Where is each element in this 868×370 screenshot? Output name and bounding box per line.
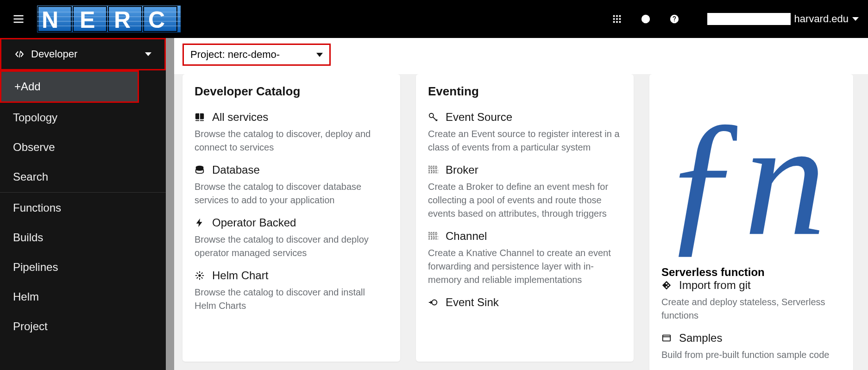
nav-item-observe[interactable]: Observe — [0, 132, 166, 162]
entry-title: Event Sink — [446, 296, 499, 309]
quick-create-button[interactable] — [641, 14, 651, 24]
book-icon — [195, 112, 205, 122]
serverless-entry-samples[interactable]: Samples Build from pre-built function sa… — [661, 332, 841, 362]
nav-toggle-button[interactable] — [0, 13, 37, 25]
card-title: Developer Catalog — [195, 84, 388, 99]
catalog-entry-all-services[interactable]: All services Browse the catalog to disco… — [195, 111, 388, 154]
card-serverless-function: ƒn Serverless function Import from git C… — [649, 74, 853, 370]
svg-point-23 — [429, 113, 434, 118]
entry-title: Samples — [679, 332, 722, 345]
user-menu-button[interactable]: harvard.edu — [707, 13, 859, 25]
svg-text:E: E — [80, 7, 95, 32]
entry-title: Broker — [446, 163, 478, 176]
svg-point-30 — [666, 283, 667, 285]
entry-desc: Browse the catalog to discover database … — [195, 180, 388, 207]
entry-desc: Create a Broker to define an event mesh … — [428, 180, 622, 220]
code-icon — [14, 49, 25, 59]
event-sink-icon — [428, 297, 438, 307]
project-selector-dropdown[interactable]: Project: nerc-demo- — [182, 44, 331, 66]
entry-title: Event Source — [446, 111, 512, 124]
svg-point-28 — [432, 300, 437, 305]
helm-icon — [195, 270, 205, 281]
nav-list: +Add Topology Observe Search Functions B… — [0, 70, 166, 341]
sidebar-scrollbar[interactable] — [166, 38, 174, 370]
channel-icon: IOIOIIOII — [428, 231, 438, 241]
entry-desc: Browse the catalog to discover and deplo… — [195, 233, 388, 260]
svg-line-21 — [197, 277, 198, 279]
eventing-entry-channel[interactable]: IOIOIIOII Channel Create a Knative Chann… — [428, 230, 622, 287]
user-name-field — [707, 13, 791, 25]
svg-line-19 — [197, 273, 198, 274]
chevron-down-icon — [145, 52, 151, 56]
nav-item-add[interactable]: +Add — [0, 70, 139, 103]
entry-desc: Build from pre-built function sample cod… — [661, 348, 841, 362]
plus-circle-icon — [641, 14, 651, 24]
event-source-icon — [428, 112, 438, 122]
nav-item-label: Search — [13, 170, 48, 183]
svg-point-31 — [666, 286, 667, 288]
apps-launcher-button[interactable] — [612, 14, 622, 24]
entry-title: Database — [212, 163, 260, 176]
project-selector-label: Project: nerc-demo- — [190, 49, 280, 61]
entry-desc: Create an Event source to register inter… — [428, 127, 622, 154]
nav-item-project[interactable]: Project — [0, 312, 166, 341]
entry-desc: Browse the catalog to discover and insta… — [195, 286, 388, 313]
svg-text:N: N — [42, 7, 58, 32]
nav-divider — [0, 192, 166, 193]
question-circle-icon — [669, 14, 679, 24]
grid-icon — [612, 14, 622, 24]
sidebar: Developer +Add Topology Observe Search F… — [0, 38, 166, 370]
entry-desc: Browse the catalog to discover, deploy a… — [195, 127, 388, 154]
nav-item-pipelines[interactable]: Pipelines — [0, 252, 166, 282]
nav-item-helm[interactable]: Helm — [0, 282, 166, 312]
eventing-entry-broker[interactable]: IOIOIIOII Broker Create a Broker to defi… — [428, 163, 622, 220]
nav-item-search[interactable]: Search — [0, 162, 166, 192]
svg-point-14 — [198, 274, 201, 277]
hamburger-icon — [12, 13, 25, 25]
eventing-entry-event-sink[interactable]: Event Sink — [428, 296, 622, 309]
nav-item-label: Project — [13, 320, 48, 332]
svg-line-20 — [201, 277, 203, 279]
svg-line-22 — [201, 273, 203, 274]
entry-title: Channel — [446, 230, 487, 243]
brand-logo[interactable]: N E R C — [37, 6, 181, 32]
svg-point-32 — [667, 284, 669, 286]
nav-item-label: Builds — [13, 231, 43, 244]
card-title: Serverless function — [661, 266, 841, 279]
svg-rect-33 — [663, 335, 671, 341]
entry-title: Import from git — [679, 279, 751, 292]
nav-item-builds[interactable]: Builds — [0, 223, 166, 252]
entry-title: Helm Chart — [212, 269, 268, 282]
entry-desc: Create a Knative Channel to create an ev… — [428, 246, 622, 287]
perspective-switcher[interactable]: Developer — [0, 38, 166, 70]
broker-icon: IOIOIIOII — [428, 165, 438, 175]
svg-text:IIOII: IIOII — [428, 236, 438, 240]
nav-item-label: +Add — [14, 80, 41, 93]
serverless-entry-import-from-git[interactable]: Import from git Create and deploy statel… — [661, 279, 841, 322]
eventing-entry-event-source[interactable]: Event Source Create an Event source to r… — [428, 111, 622, 154]
svg-text:R: R — [114, 7, 131, 32]
svg-text:C: C — [148, 7, 165, 32]
database-icon — [195, 165, 205, 175]
nav-item-functions[interactable]: Functions — [0, 193, 166, 223]
function-icon: ƒn — [661, 84, 841, 264]
chevron-down-icon — [316, 53, 323, 57]
top-bar: N E R C harvard.edu — [0, 0, 868, 38]
svg-text:ƒn: ƒn — [661, 87, 826, 264]
entry-desc: Create and deploy stateless, Serverless … — [661, 295, 841, 322]
nav-item-topology[interactable]: Topology — [0, 103, 166, 132]
bolt-icon — [195, 218, 205, 228]
help-button[interactable] — [669, 14, 679, 24]
perspective-label: Developer — [31, 48, 77, 60]
nav-item-label: Helm — [13, 290, 39, 303]
card-eventing: Eventing Event Source Create an Event so… — [416, 74, 634, 362]
chevron-down-icon — [852, 17, 859, 21]
nav-item-label: Functions — [13, 201, 61, 214]
catalog-entry-database[interactable]: Database Browse the catalog to discover … — [195, 163, 388, 207]
nav-item-label: Pipelines — [13, 261, 58, 273]
entry-title: All services — [212, 111, 268, 124]
nav-item-label: Observe — [13, 141, 55, 153]
git-icon — [661, 280, 672, 290]
catalog-entry-operator-backed[interactable]: Operator Backed Browse the catalog to di… — [195, 216, 388, 260]
catalog-entry-helm-chart[interactable]: Helm Chart Browse the catalog to discove… — [195, 269, 388, 313]
